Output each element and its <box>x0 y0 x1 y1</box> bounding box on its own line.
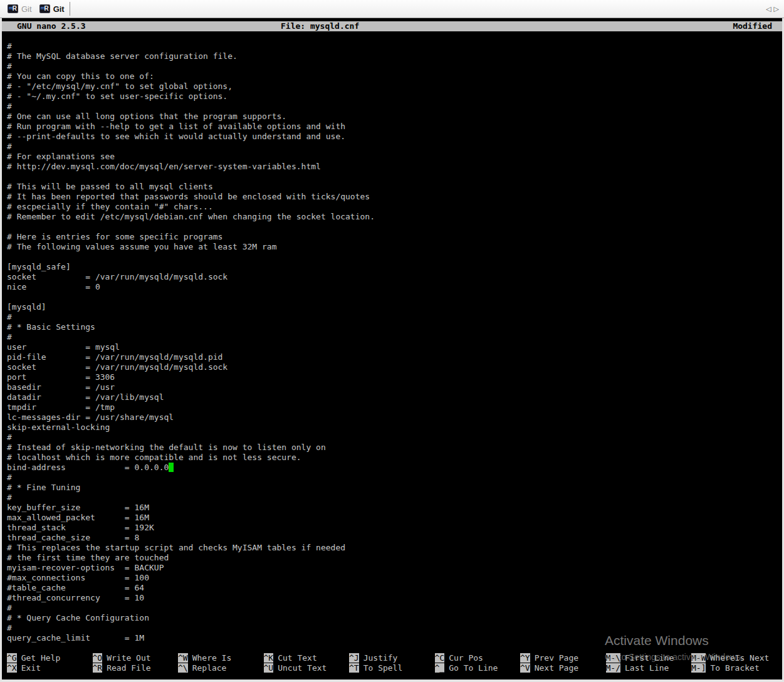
terminal-window[interactable]: GNU nano 2.5.3 File: mysqld.cnf Modified… <box>0 18 784 682</box>
editor-line[interactable]: # Instead of skip-networking the default… <box>7 443 782 453</box>
editor-line[interactable] <box>7 172 782 182</box>
editor-line[interactable]: [mysqld] <box>7 302 782 312</box>
shortcut-key: ^W <box>178 653 188 663</box>
editor-line[interactable]: # localhost which is more compatible and… <box>7 453 782 463</box>
shortcut-get-help: ^GGet Help <box>7 653 93 663</box>
editor-line[interactable]: # <box>7 493 782 503</box>
shortcut-exit: ^XExit <box>7 663 93 673</box>
editor-line[interactable]: # <box>7 332 782 342</box>
editor-line[interactable]: # <box>7 102 782 112</box>
editor-line[interactable]: max_allowed_packet = 16M <box>7 513 782 523</box>
nano-shortcut-bar: ^GGet Help^OWrite Out^WWhere Is^KCut Tex… <box>2 653 782 673</box>
shortcut-key: ^O <box>93 653 103 663</box>
editor-line[interactable]: #thread_concurrency = 10 <box>7 593 782 603</box>
shortcut-next-page: ^VNext Page <box>520 663 606 673</box>
editor-line[interactable]: # For explanations see <box>7 152 782 162</box>
shortcut-go-to-line: ^_Go To Line <box>435 663 521 673</box>
tab-git-2-active[interactable]: mR Git <box>36 0 68 18</box>
editor-line[interactable]: # The MySQL database server configuratio… <box>7 51 782 61</box>
shortcut-label: To Bracket <box>710 663 759 673</box>
editor-line[interactable]: nice = 0 <box>7 282 782 292</box>
app-window: mR Git mR Git ◁ ▷ GNU nano 2.5.3 File: m… <box>0 0 784 682</box>
editor-line[interactable]: # Here is entries for some specific prog… <box>7 232 782 242</box>
mremoteng-icon: mR <box>8 4 18 13</box>
shortcut-label: First Line <box>625 653 674 663</box>
shortcut-to-bracket: M-]To Bracket <box>691 663 777 673</box>
shortcut-key: M-\ <box>606 653 620 663</box>
editor-line[interactable]: # http://dev.mysql.com/doc/mysql/en/serv… <box>7 162 782 172</box>
editor-line[interactable] <box>7 252 782 262</box>
editor-line[interactable]: thread_stack = 192K <box>7 523 782 533</box>
shortcut-label: Justify <box>363 653 398 663</box>
shortcut-label: Cut Text <box>278 653 317 663</box>
editor-line[interactable] <box>7 222 782 232</box>
editor-line[interactable]: # * Query Cache Configuration <box>7 613 782 623</box>
editor-content[interactable]: ## The MySQL database server configurati… <box>2 31 782 643</box>
editor-line[interactable]: # the first time they are touched <box>7 553 782 563</box>
editor-line[interactable]: key_buffer_size = 16M <box>7 503 782 513</box>
editor-line[interactable]: thread_cache_size = 8 <box>7 533 782 543</box>
editor-line[interactable]: # - "~/.my.cnf" to set user-specific opt… <box>7 92 782 102</box>
editor-line[interactable]: user = mysql <box>7 342 782 352</box>
editor-line[interactable]: pid-file = /var/run/mysqld/mysqld.pid <box>7 352 782 362</box>
editor-line[interactable]: # <box>7 473 782 483</box>
shortcut-label: Read File <box>107 663 150 673</box>
tab-scroll-right-icon[interactable]: ▷ <box>774 5 779 13</box>
editor-line[interactable]: # <box>7 41 782 51</box>
editor-line[interactable]: skip-external-locking <box>7 422 782 433</box>
tab-separator <box>70 2 70 16</box>
editor-line[interactable]: # <box>7 433 782 443</box>
editor-line[interactable]: port = 3306 <box>7 372 782 382</box>
shortcut-read-file: ^RRead File <box>93 663 179 673</box>
shortcut-key: M-/ <box>606 663 620 673</box>
tab-label: Git <box>53 4 65 14</box>
shortcut-key: ^X <box>7 663 17 673</box>
editor-line[interactable]: # <box>7 61 782 71</box>
editor-line[interactable]: #max_connections = 100 <box>7 573 782 583</box>
editor-line[interactable]: # * Fine Tuning <box>7 483 782 493</box>
editor-line[interactable]: # <box>7 142 782 152</box>
editor-line[interactable]: # <box>7 312 782 322</box>
editor-line[interactable]: query_cache_limit = 1M <box>7 633 782 643</box>
editor-line[interactable]: # <box>7 623 782 633</box>
editor-line[interactable]: # This replaces the startup script and c… <box>7 543 782 553</box>
editor-line[interactable]: socket = /var/run/mysqld/mysqld.sock <box>7 272 782 282</box>
shortcut-key: ^J <box>349 653 359 663</box>
editor-line[interactable]: # You can copy this to one of: <box>7 71 782 81</box>
editor-line[interactable]: # - "/etc/mysql/my.cnf" to set global op… <box>7 81 782 92</box>
editor-line[interactable]: # * Basic Settings <box>7 322 782 332</box>
nano-version: GNU nano 2.5.3 <box>17 21 86 31</box>
text-cursor <box>169 463 174 472</box>
tab-scroll-controls: ◁ ▷ <box>766 5 779 13</box>
editor-line[interactable]: # --print-defaults to see which it would… <box>7 132 782 142</box>
editor-line[interactable] <box>7 292 782 302</box>
editor-line[interactable]: # Run program with --help to get a list … <box>7 122 782 132</box>
shortcut-key: ^C <box>435 653 445 663</box>
shortcut-label: Replace <box>192 663 227 673</box>
editor-line[interactable]: myisam-recover-options = BACKUP <box>7 563 782 573</box>
editor-line[interactable]: socket = /var/run/mysqld/mysqld.sock <box>7 362 782 372</box>
editor-line[interactable]: bind-address = 0.0.0.0 <box>7 463 782 473</box>
editor-line[interactable]: # escpecially if they contain "#" chars.… <box>7 202 782 212</box>
editor-line[interactable]: # It has been reported that passwords sh… <box>7 192 782 202</box>
editor-line[interactable] <box>7 31 782 41</box>
shortcut-key: ^_ <box>435 663 445 673</box>
editor-line[interactable]: # <box>7 603 782 613</box>
tab-scroll-left-icon[interactable]: ◁ <box>766 5 771 13</box>
editor-line[interactable]: # Remember to edit /etc/mysql/debian.cnf… <box>7 212 782 222</box>
shortcut-key: ^\ <box>178 663 188 673</box>
editor-line[interactable]: # The following values assume you have a… <box>7 242 782 252</box>
editor-line[interactable]: basedir = /usr <box>7 382 782 392</box>
editor-line[interactable]: # This will be passed to all mysql clien… <box>7 182 782 192</box>
shortcut-key: ^K <box>264 653 274 663</box>
shortcut-label: Uncut Text <box>278 663 327 673</box>
editor-line[interactable]: # One can use all long options that the … <box>7 112 782 122</box>
shortcut-label: Prev Page <box>535 653 578 663</box>
editor-line[interactable]: #table_cache = 64 <box>7 583 782 593</box>
shortcut-label: To Spell <box>363 663 403 673</box>
editor-line[interactable]: datadir = /var/lib/mysql <box>7 392 782 402</box>
editor-line[interactable]: [mysqld_safe] <box>7 262 782 272</box>
editor-line[interactable]: tmpdir = /tmp <box>7 402 782 412</box>
editor-line[interactable]: lc-messages-dir = /usr/share/mysql <box>7 412 782 422</box>
tab-git-1[interactable]: mR Git <box>4 0 36 18</box>
